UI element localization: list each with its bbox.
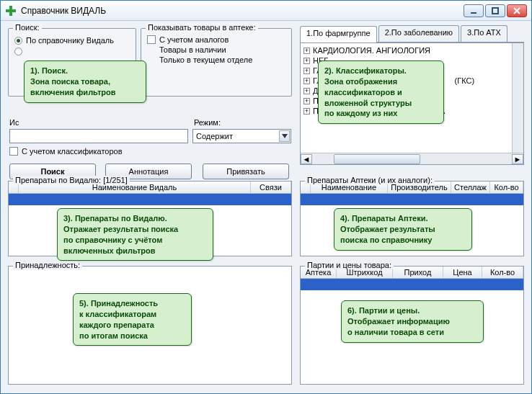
tab-disease[interactable]: 2.По заболеванию — [378, 25, 459, 42]
check-classifiers[interactable]: С учетом классификаторов — [9, 147, 123, 156]
maximize-button[interactable] — [485, 4, 505, 17]
minimize-button[interactable] — [464, 4, 484, 17]
expand-icon[interactable]: + — [303, 98, 310, 104]
show-group-label: Показывать товары в аптеке: — [146, 23, 258, 32]
scroll-right-icon[interactable]: ► — [512, 154, 523, 164]
callout-belong: 5). Принадлежность к классификаторам каж… — [73, 293, 192, 346]
source-label: Ис — [9, 118, 19, 127]
search-group-label: Поиск: — [13, 23, 42, 32]
expand-icon[interactable]: + — [303, 88, 310, 94]
check-current-dept[interactable]: Только в текущем отделе — [141, 55, 291, 65]
chevron-down-icon — [279, 130, 290, 142]
expand-icon[interactable]: + — [303, 78, 310, 84]
col-links[interactable]: Связи — [251, 182, 291, 193]
show-group: Показывать товары в аптеке: С учетом ана… — [141, 28, 292, 97]
close-button[interactable] — [507, 4, 527, 17]
scroll-left-icon[interactable]: ◄ — [301, 154, 312, 164]
tree-horizontal-scrollbar[interactable]: ◄ ► — [301, 153, 523, 164]
tab-pharm-group[interactable]: 1.По фармгруппе — [300, 26, 377, 42]
app-window: Справочник ВИДАЛЬ Поиск: По справочнику … — [0, 0, 532, 394]
classifier-tabs: 1.По фармгруппе 2.По заболеванию 3.По АТ… — [300, 25, 524, 42]
window-title: Справочник ВИДАЛЬ — [21, 6, 464, 16]
callout-vidal: 3). Препараты по Видалю. Отражает резуль… — [57, 208, 213, 261]
check-analogs[interactable]: С учетом аналогов — [141, 35, 291, 45]
vidal-grid-title: Препараты по Видалю: [1/251] — [13, 176, 130, 184]
expand-icon[interactable]: + — [303, 68, 310, 74]
svg-rect-2 — [471, 12, 476, 14]
callout-classifiers: 2). Классификаторы. Зона отображения кла… — [318, 61, 444, 124]
selected-row[interactable] — [9, 194, 291, 205]
expand-icon[interactable]: + — [303, 48, 310, 54]
radio-by-vidal[interactable]: По справочнику Видаль — [9, 35, 136, 46]
tree-vertical-scrollbar[interactable] — [512, 43, 523, 153]
titlebar: Справочник ВИДАЛЬ — [1, 1, 531, 21]
tree-item: +КАРДИОЛОГИЯ. АНГИОЛОГИЯ — [303, 45, 520, 55]
mode-label: Режим: — [194, 118, 221, 127]
party-grid-title: Партии и цены товара: — [305, 261, 394, 269]
selected-row[interactable] — [301, 194, 523, 205]
tab-atc[interactable]: 3.По АТХ — [461, 25, 507, 42]
belong-grid-title: Принадлежность: — [13, 261, 82, 269]
mode-select[interactable]: Содержит — [192, 129, 291, 143]
callout-apteka: 4). Препараты Аптеки. Отображает результ… — [334, 208, 472, 251]
radio-label: По справочнику Видаль — [26, 36, 114, 45]
search-input[interactable] — [9, 129, 188, 143]
callout-party: 6). Партии и цены. Отображает информацию… — [341, 300, 484, 343]
bind-button[interactable]: Привязать — [203, 164, 289, 179]
expand-icon[interactable]: + — [303, 58, 310, 64]
svg-rect-1 — [6, 9, 16, 12]
check-instock[interactable]: Товары в наличии — [141, 45, 291, 55]
expand-icon[interactable]: + — [303, 108, 310, 115]
scroll-thumb[interactable] — [334, 154, 420, 164]
radio-option-2[interactable] — [9, 46, 136, 57]
svg-rect-3 — [492, 8, 498, 14]
callout-search: 1). Поиск. Зона поиска товара, включения… — [24, 61, 146, 103]
apteka-grid-title: Препараты Аптеки (и их аналоги): — [305, 176, 435, 184]
selected-row[interactable] — [301, 279, 523, 290]
mode-value: Содержит — [196, 132, 233, 140]
app-icon — [5, 5, 17, 17]
